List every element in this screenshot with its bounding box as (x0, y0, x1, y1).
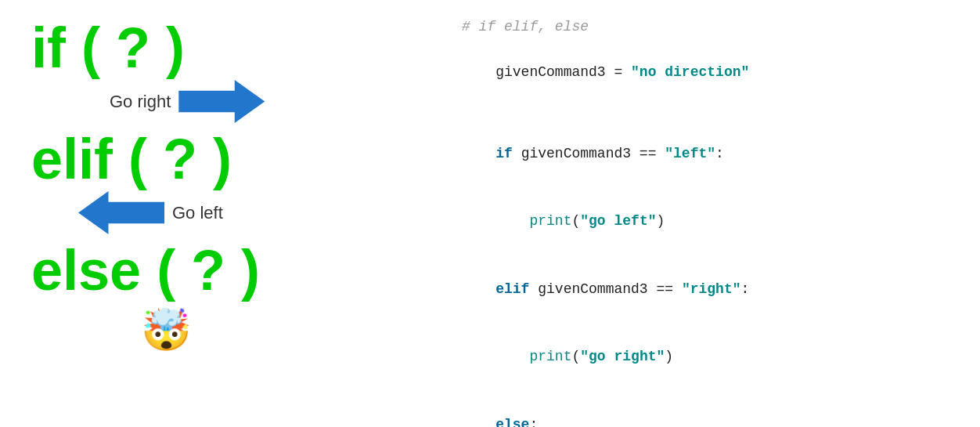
string-left: "left" (665, 146, 715, 161)
else-label: else ( ? ) (31, 238, 260, 302)
else-keyword: else (495, 417, 529, 427)
var-name: givenCommand3 (495, 64, 605, 80)
confused-emoji: 🤯 (141, 306, 192, 354)
if-keyword: if (495, 146, 513, 161)
right-panel: # if elif, else givenCommand3 = "no dire… (438, 0, 980, 427)
go-left-label: Go left (172, 203, 223, 223)
arrow-right-icon (178, 80, 265, 123)
elif-statement: elif givenCommand3 == "right": (462, 255, 964, 323)
string-right: "right" (682, 281, 741, 297)
go-right-label: Go right (110, 92, 171, 112)
go-left-row: Go left (78, 191, 223, 234)
print-keyword-2: print (529, 349, 571, 364)
if-statement: if givenCommand3 == "left": (462, 120, 964, 187)
elif-keyword: elif (495, 281, 529, 297)
string-no-direction: "no direction" (631, 64, 749, 80)
code-assignment: givenCommand3 = "no direction" (462, 38, 964, 106)
print-go-right: print("go right") (462, 323, 964, 390)
string-go-right: "go right" (580, 349, 665, 364)
code-comment: # if elif, else (462, 16, 964, 38)
string-go-left: "go left" (580, 213, 656, 229)
go-right-row: Go right (110, 80, 265, 123)
print-keyword-1: print (529, 213, 571, 229)
arrow-left-icon (78, 191, 164, 234)
left-panel: if ( ? ) Go right elif ( ? ) Go left els… (0, 0, 438, 427)
print-go-left: print("go left") (462, 188, 964, 255)
blank-line (462, 106, 964, 120)
elif-label: elif ( ? ) (31, 127, 232, 191)
else-statement: else: (462, 391, 964, 427)
if-label: if ( ? ) (31, 16, 185, 80)
